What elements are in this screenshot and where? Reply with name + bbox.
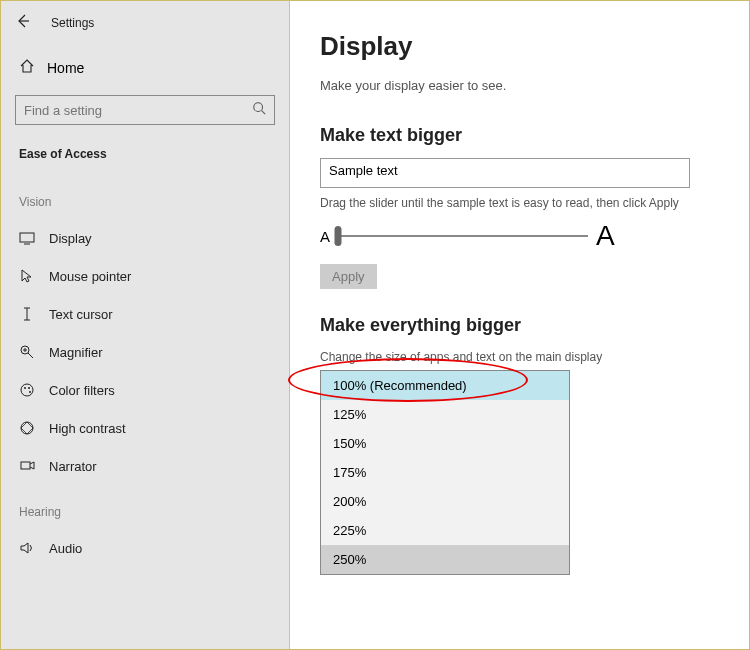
home-icon	[19, 58, 35, 77]
slider-hint: Drag the slider until the sample text is…	[320, 196, 719, 210]
section-make-text-bigger: Make text bigger	[320, 125, 719, 146]
home-button[interactable]: Home	[1, 38, 289, 89]
sidebar-item-narrator[interactable]: Narrator	[1, 447, 289, 485]
section-make-everything-bigger: Make everything bigger	[320, 315, 719, 336]
sidebar-item-magnifier[interactable]: Magnifier	[1, 333, 289, 371]
svg-line-9	[28, 353, 33, 358]
magnifier-icon	[19, 344, 35, 360]
svg-line-2	[262, 111, 266, 115]
scale-dropdown[interactable]: 100% (Recommended) 125% 150% 175% 200% 2…	[320, 370, 570, 575]
svg-point-1	[254, 103, 263, 112]
sidebar-item-label: Text cursor	[49, 307, 113, 322]
apply-button[interactable]: Apply	[320, 264, 377, 289]
monitor-icon	[19, 230, 35, 246]
svg-rect-17	[21, 462, 30, 469]
svg-point-16	[21, 422, 33, 434]
scale-option[interactable]: 100% (Recommended)	[321, 371, 569, 400]
big-a-label: A	[596, 220, 615, 252]
sidebar-item-label: Magnifier	[49, 345, 102, 360]
slider-thumb[interactable]	[335, 226, 342, 246]
change-size-hint: Change the size of apps and text on the …	[320, 350, 719, 364]
settings-title: Settings	[51, 16, 94, 30]
sidebar-item-label: Mouse pointer	[49, 269, 131, 284]
page-title: Display	[320, 31, 719, 62]
audio-icon	[19, 540, 35, 556]
scale-option[interactable]: 125%	[321, 400, 569, 429]
svg-point-15	[29, 391, 31, 393]
scale-option[interactable]: 150%	[321, 429, 569, 458]
text-cursor-icon	[19, 306, 35, 322]
svg-rect-3	[20, 233, 34, 242]
sidebar-item-display[interactable]: Display	[1, 219, 289, 257]
pointer-icon	[19, 268, 35, 284]
sidebar-item-color-filters[interactable]: Color filters	[1, 371, 289, 409]
search-icon	[252, 101, 266, 119]
sidebar-item-label: Display	[49, 231, 92, 246]
home-label: Home	[47, 60, 84, 76]
svg-point-14	[28, 387, 30, 389]
search-field[interactable]	[24, 103, 224, 118]
page-subtitle: Make your display easier to see.	[320, 78, 719, 93]
palette-icon	[19, 382, 35, 398]
sidebar-item-label: Audio	[49, 541, 82, 556]
sidebar-item-label: Narrator	[49, 459, 97, 474]
scale-option[interactable]: 200%	[321, 487, 569, 516]
sidebar-item-label: Color filters	[49, 383, 115, 398]
search-input[interactable]	[15, 95, 275, 125]
text-size-slider[interactable]	[338, 235, 588, 237]
narrator-icon	[19, 458, 35, 474]
sidebar-item-mouse-pointer[interactable]: Mouse pointer	[1, 257, 289, 295]
scale-option[interactable]: 250%	[321, 545, 569, 574]
sidebar-item-high-contrast[interactable]: High contrast	[1, 409, 289, 447]
contrast-icon	[19, 420, 35, 436]
section-heading: Ease of Access	[1, 139, 289, 175]
group-hearing-label: Hearing	[1, 485, 289, 529]
sidebar-item-audio[interactable]: Audio	[1, 529, 289, 567]
scale-option[interactable]: 225%	[321, 516, 569, 545]
scale-option[interactable]: 175%	[321, 458, 569, 487]
sidebar-item-label: High contrast	[49, 421, 126, 436]
svg-point-13	[24, 387, 26, 389]
group-vision-label: Vision	[1, 175, 289, 219]
small-a-label: A	[320, 228, 330, 245]
sample-text-box: Sample text	[320, 158, 690, 188]
back-button[interactable]	[15, 13, 31, 32]
sidebar-item-text-cursor[interactable]: Text cursor	[1, 295, 289, 333]
svg-point-12	[21, 384, 33, 396]
